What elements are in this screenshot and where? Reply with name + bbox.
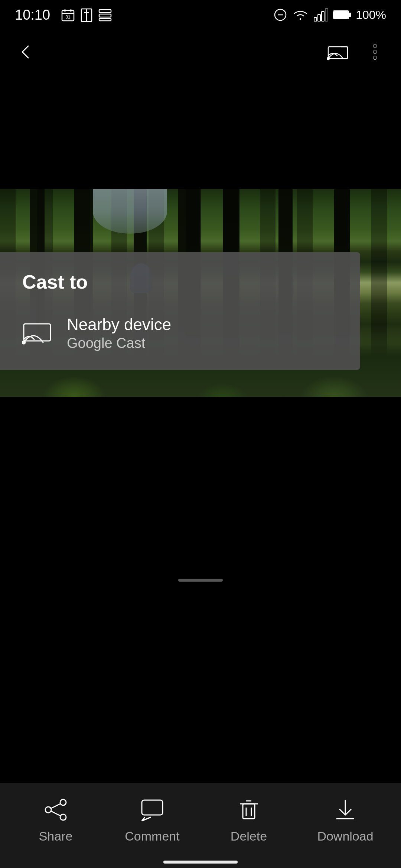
cast-device-name: Nearby device	[67, 315, 171, 334]
swipe-handle[interactable]	[178, 579, 223, 582]
svg-rect-9	[99, 14, 111, 17]
battery-percentage: 100%	[356, 8, 386, 22]
comment-label: Comment	[125, 829, 179, 844]
svg-rect-16	[325, 9, 328, 21]
signal-icon	[313, 8, 328, 22]
status-bar: 10:10 31	[0, 0, 401, 30]
nav-bar	[0, 30, 401, 74]
comment-icon	[139, 796, 166, 823]
svg-rect-14	[318, 14, 320, 21]
svg-line-34	[51, 811, 60, 816]
delete-nav-item[interactable]: Delete	[200, 796, 297, 844]
home-indicator[interactable]	[163, 861, 238, 864]
svg-rect-15	[322, 11, 324, 21]
status-right-icons: 100%	[273, 8, 386, 22]
svg-point-27	[373, 56, 377, 60]
svg-point-31	[45, 807, 51, 813]
svg-text:31: 31	[65, 14, 71, 20]
svg-rect-20	[328, 47, 348, 59]
dnd-icon	[273, 8, 287, 22]
svg-rect-10	[99, 19, 111, 21]
delete-label: Delete	[231, 829, 267, 844]
stack-icon	[98, 7, 113, 22]
nav-right-actions	[323, 37, 390, 67]
bible-icon	[79, 7, 94, 22]
back-button[interactable]	[11, 37, 41, 67]
bottom-nav: Share Comment Delete	[0, 783, 401, 868]
cast-device-item[interactable]: Nearby device Google Cast	[22, 315, 338, 351]
svg-line-33	[51, 804, 60, 808]
svg-point-26	[373, 50, 377, 54]
cast-dialog-title: Cast to	[22, 271, 338, 293]
battery-icon	[333, 9, 351, 20]
status-time: 10:10	[15, 7, 50, 23]
cast-device-type: Google Cast	[67, 335, 171, 351]
share-nav-item[interactable]: Share	[7, 796, 104, 844]
wifi-icon	[292, 8, 309, 22]
calendar-icon: 31	[61, 7, 75, 22]
cast-device-icon	[22, 322, 52, 345]
comment-nav-item[interactable]: Comment	[104, 796, 200, 844]
svg-point-21	[327, 57, 329, 60]
share-label: Share	[39, 829, 73, 844]
svg-rect-13	[314, 17, 317, 21]
svg-rect-19	[334, 11, 348, 18]
svg-point-25	[373, 44, 377, 48]
svg-point-29	[22, 341, 25, 344]
download-nav-item[interactable]: Download	[297, 796, 394, 844]
svg-rect-37	[243, 804, 255, 819]
status-left-icons: 31	[61, 7, 113, 22]
download-icon	[332, 796, 359, 823]
cast-button[interactable]	[323, 37, 353, 67]
svg-rect-18	[349, 13, 351, 17]
more-options-button[interactable]	[360, 37, 390, 67]
delete-icon	[235, 796, 262, 823]
cast-dialog: Cast to Nearby device Google Cast	[0, 252, 360, 370]
svg-point-30	[60, 799, 66, 805]
cast-device-info: Nearby device Google Cast	[67, 315, 171, 351]
svg-rect-35	[142, 800, 163, 815]
svg-rect-8	[99, 10, 111, 13]
svg-point-32	[60, 814, 66, 820]
share-icon	[42, 796, 69, 823]
download-label: Download	[317, 829, 373, 844]
